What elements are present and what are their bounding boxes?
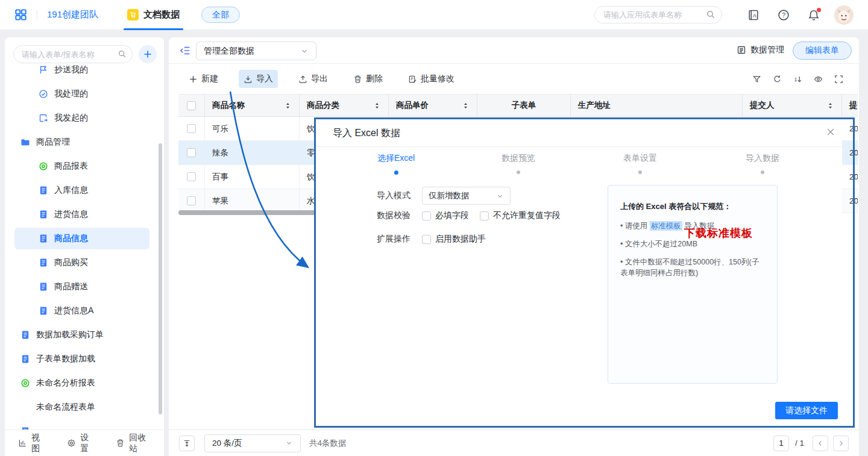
report-icon — [20, 378, 30, 388]
team-name[interactable]: 191创建团队 — [47, 9, 98, 20]
sidebar-item[interactable]: 进货信息 — [5, 202, 164, 226]
sidebar-item[interactable]: 商品报表 — [5, 154, 164, 178]
page-number-input[interactable]: 1 — [773, 436, 789, 451]
rule-line-1: • 请使用 标准模板 导入数据 — [620, 220, 764, 232]
export-icon — [298, 75, 307, 84]
step-dot — [638, 170, 642, 174]
wizard-step: 数据预览 — [502, 153, 535, 174]
help-icon[interactable] — [778, 9, 790, 21]
fullscreen-icon[interactable] — [834, 75, 843, 84]
sidebar-item[interactable]: 商品信息 — [5, 226, 164, 251]
filter-pill-all[interactable]: 全部 — [201, 7, 240, 23]
global-search[interactable] — [594, 6, 722, 23]
top-bar: 191创建团队 文档数据 全部 — [0, 0, 868, 30]
sidebar-item[interactable]: 进货信息A — [5, 299, 164, 323]
page-total: / 1 — [795, 439, 804, 448]
sidebar-item[interactable]: 未命名分析报表 — [5, 371, 164, 395]
delete-button[interactable]: 删除 — [348, 70, 388, 88]
search-icon — [118, 49, 127, 58]
tab-app-current[interactable]: 文档数据 — [121, 0, 186, 30]
new-record-button[interactable]: 新建 — [184, 70, 223, 88]
checkbox-option[interactable]: 必填字段 — [422, 210, 469, 221]
column-header[interactable]: 生产地址 — [571, 95, 743, 116]
sidebar-search-input[interactable] — [13, 45, 133, 63]
caret-icon — [284, 102, 292, 110]
global-search-input[interactable] — [594, 6, 722, 23]
app-grid-icon[interactable] — [14, 8, 27, 21]
data-view-select[interactable]: 管理全部数据 — [196, 42, 316, 60]
sidebar-item[interactable]: 未命名流程表单 — [5, 395, 164, 419]
import-button[interactable]: 导入 — [239, 70, 278, 88]
page-size-select[interactable]: 20 条/页 — [204, 434, 301, 452]
sidebar-item[interactable]: 商品赠送 — [5, 275, 164, 299]
views-button[interactable]: 视图 — [18, 433, 45, 454]
data-manage-button[interactable]: 数据管理 — [737, 45, 784, 55]
import-excel-dialog: 导入 Excel 数据 选择Excel数据预览表单设置导入数据 导入模式 仅新增… — [316, 119, 842, 426]
row-height-button[interactable] — [179, 436, 195, 451]
sidebar-item[interactable] — [5, 419, 164, 429]
checkbox[interactable] — [422, 235, 431, 244]
checkbox-option[interactable]: 启用数据助手 — [422, 234, 486, 245]
folder-icon — [20, 137, 30, 147]
sidebar-item[interactable]: 入库信息 — [5, 178, 164, 202]
form-icon — [20, 426, 30, 429]
table-header-row: 商品名称商品分类商品单价子表单生产地址提交人提交时间 — [178, 94, 858, 117]
add-form-button[interactable] — [139, 45, 157, 63]
data-manage-icon — [737, 45, 746, 55]
column-header[interactable]: 商品名称 — [205, 95, 300, 116]
sidebar-item[interactable]: 商品购买 — [5, 251, 164, 275]
choose-file-button[interactable]: 请选择文件 — [775, 402, 838, 419]
sidebar-footer: 视图 设置 回收站 — [5, 429, 164, 456]
prev-page-button[interactable] — [813, 436, 828, 451]
sidebar-scrollbar[interactable] — [159, 143, 162, 414]
refresh-icon[interactable] — [773, 75, 782, 84]
collapse-sidebar-icon[interactable] — [180, 45, 190, 56]
chevron-left-icon — [816, 439, 825, 448]
column-header[interactable]: 提交人 — [743, 95, 842, 116]
row-checkbox[interactable] — [187, 148, 196, 157]
row-checkbox[interactable] — [187, 124, 196, 133]
checkbox[interactable] — [422, 211, 431, 220]
form-icon — [39, 282, 48, 292]
checkbox-option[interactable]: 不允许重复值字段 — [480, 210, 561, 221]
row-checkbox[interactable] — [187, 172, 196, 181]
edit-form-button[interactable]: 编辑表单 — [793, 42, 852, 60]
dialog-title: 导入 Excel 数据 — [333, 127, 400, 140]
next-page-button[interactable] — [833, 436, 849, 451]
select-all-checkbox[interactable] — [187, 101, 196, 110]
sidebar-item[interactable]: 我发起的 — [5, 106, 164, 130]
sort-icon[interactable] — [793, 75, 802, 84]
sidebar-item[interactable]: 抄送我的 — [5, 64, 164, 82]
chevron-down-icon — [300, 47, 309, 55]
app-icon — [127, 9, 139, 20]
recycle-bin-button[interactable]: 回收站 — [116, 433, 151, 454]
sidebar-item[interactable]: 数据加载采购订单 — [5, 323, 164, 347]
checkbox[interactable] — [480, 211, 489, 220]
cc-icon — [39, 65, 48, 75]
settings-button[interactable]: 设置 — [67, 433, 94, 454]
column-header[interactable]: 商品分类 — [300, 95, 389, 116]
export-button[interactable]: 导出 — [294, 70, 333, 88]
row-height-icon — [183, 439, 191, 448]
batch-edit-button[interactable]: 批量修改 — [403, 70, 459, 88]
column-header[interactable]: 提交时间 — [842, 95, 858, 116]
import-mode-select[interactable]: 仅新增数据 — [422, 187, 511, 205]
row-checkbox[interactable] — [187, 196, 196, 205]
wizard-step: 导入数据 — [746, 153, 779, 174]
notification-bell-icon[interactable] — [808, 9, 820, 21]
sidebar-item[interactable]: 子表单数据加载 — [5, 347, 164, 371]
standard-template-link[interactable]: 标准模板 — [650, 221, 682, 231]
column-header[interactable]: 子表单 — [477, 95, 571, 116]
send-icon — [39, 113, 48, 123]
column-header[interactable]: 商品单价 — [389, 95, 477, 116]
column-visibility-icon[interactable] — [814, 75, 823, 84]
filter-icon[interactable] — [752, 75, 761, 84]
avatar[interactable] — [834, 5, 854, 25]
sidebar-item[interactable]: 我处理的 — [5, 82, 164, 106]
close-icon[interactable] — [826, 127, 835, 137]
sidebar-search[interactable] — [13, 45, 133, 63]
import-mode-row: 导入模式 仅新增数据 — [377, 187, 511, 205]
sidebar-item[interactable]: 商品管理 — [5, 130, 164, 154]
wizard-steps: 选择Excel数据预览表单设置导入数据 — [316, 153, 842, 177]
address-book-icon[interactable] — [747, 9, 760, 21]
